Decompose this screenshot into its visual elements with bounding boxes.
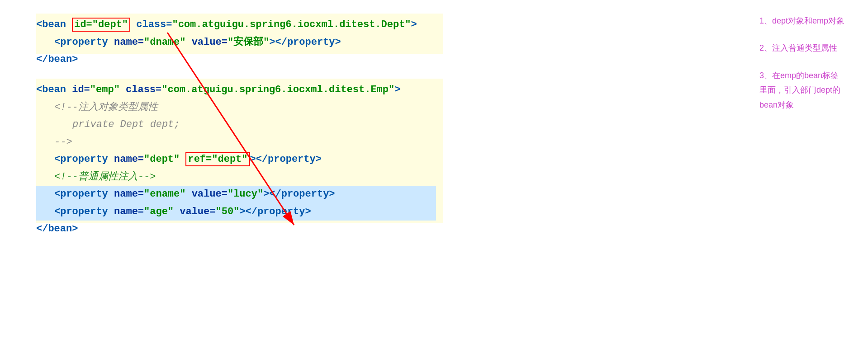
bean2-close-tag: </bean> [36, 223, 78, 235]
comment1-line: <!--注入对象类型属性 [36, 99, 436, 117]
comment2-text: private Dept dept; [72, 119, 180, 130]
prop-ename-value-val: "lucy" [228, 188, 263, 200]
prop-ename-space [185, 188, 191, 200]
bean2-open-line: <bean id="emp" class="com.atguigu.spring… [36, 81, 436, 99]
prop-age-space [174, 206, 180, 217]
bean2-close-bracket: > [394, 84, 400, 95]
prop-ename-close: ></property> [263, 188, 335, 200]
class-attr: class= [130, 19, 172, 30]
prop-age-close: ></property> [239, 206, 311, 217]
comment1-text: <!--注入对象类型属性 [54, 102, 158, 113]
prop-name-val: "dname" [144, 37, 185, 48]
note-item-2: 2、注入普通类型属性 [759, 41, 859, 55]
bean2-id-val: "emp" [90, 84, 120, 95]
prop-age-name-val: "age" [144, 206, 174, 217]
prop-dept-suffix: ></property> [250, 154, 322, 165]
note-item-3: 3、在emp的bean标签里面，引入部门dept的bean对象 [759, 68, 859, 112]
tag-close-bracket: > [411, 19, 417, 30]
prop-dept-line: <property name="dept" ref="dept"></prope… [36, 151, 436, 169]
id-attr: id="dept" [74, 19, 128, 30]
bean1-close-line: </bean> [36, 54, 750, 65]
prop-age-name-attr: name= [114, 206, 144, 217]
prop-value-val: "安保部" [228, 37, 269, 48]
prop-ename-value-attr: value= [192, 188, 228, 200]
prop-value-attr: value= [192, 37, 228, 48]
prop-age-value-attr: value= [180, 206, 215, 217]
prop-age-line: <property name="age" value="50"></proper… [36, 203, 436, 221]
ref-dept-highlight: ref="dept" [185, 152, 250, 166]
prop-ename-name-attr: name= [114, 188, 144, 200]
bean1-open-line: <bean id="dept" class="com.atguigu.sprin… [36, 16, 436, 34]
comment4-line: <!--普通属性注入--> [36, 169, 436, 186]
comment2-line: private Dept dept; [36, 116, 436, 134]
prop-ename-name-val: "ename" [144, 188, 185, 200]
main-container: <bean id="dept" class="com.atguigu.sprin… [0, 0, 868, 343]
bean2-tag: <bean [36, 84, 72, 95]
bean-tag-open: <bean [36, 19, 72, 30]
note-item-1: 1、dept对象和emp对象 [759, 14, 859, 28]
bean1-property-line: <property name="dname" value="安保部"></pro… [36, 34, 436, 52]
note-3-text: 3、在emp的bean标签里面，引入部门dept的bean对象 [759, 71, 840, 109]
note-1-text: 1、dept对象和emp对象 [759, 16, 844, 25]
comment4-text: <!--普通属性注入--> [54, 171, 156, 183]
bean2-class-val: "com.atguigu.spring6.iocxml.ditest.Emp" [161, 84, 394, 95]
prop-ename-tag: <property [54, 188, 114, 200]
comment3-text: --> [54, 136, 72, 148]
code-area: <bean id="dept" class="com.atguigu.sprin… [36, 9, 750, 334]
prop-name-attr: name= [114, 37, 144, 48]
ref-dept-attr: ref="dept" [188, 154, 247, 165]
prop-dept-tag: <property [54, 154, 114, 165]
bean2-close-line: </bean> [36, 223, 750, 235]
comment3-line: --> [36, 134, 436, 151]
prop-ename-line: <property name="ename" value="lucy"></pr… [36, 186, 436, 203]
prop-tag: <property [54, 37, 114, 48]
id-dept-highlight: id="dept" [72, 18, 130, 32]
prop-age-tag: <property [54, 206, 114, 217]
bean2-space [120, 84, 126, 95]
bean1-close-tag: </bean> [36, 54, 78, 65]
prop-dept-name-val: "dept" [144, 154, 180, 165]
bean2-id-attr: id= [72, 84, 90, 95]
class-value: "com.atguigu.spring6.iocxml.ditest.Dept" [172, 19, 411, 30]
bean2-class-attr: class= [126, 84, 161, 95]
bean2-section: <bean id="emp" class="com.atguigu.spring… [36, 79, 750, 235]
prop-close: ></property> [269, 37, 341, 48]
prop-age-value-val: "50" [215, 206, 239, 217]
prop-dept-space [180, 154, 185, 165]
bean1-section: <bean id="dept" class="com.atguigu.sprin… [36, 14, 750, 65]
prop-space [185, 37, 191, 48]
sidebar-notes: 1、dept对象和emp对象 2、注入普通类型属性 3、在emp的bean标签里… [750, 9, 868, 334]
prop-dept-name-attr: name= [114, 154, 144, 165]
note-2-text: 2、注入普通类型属性 [759, 43, 837, 52]
